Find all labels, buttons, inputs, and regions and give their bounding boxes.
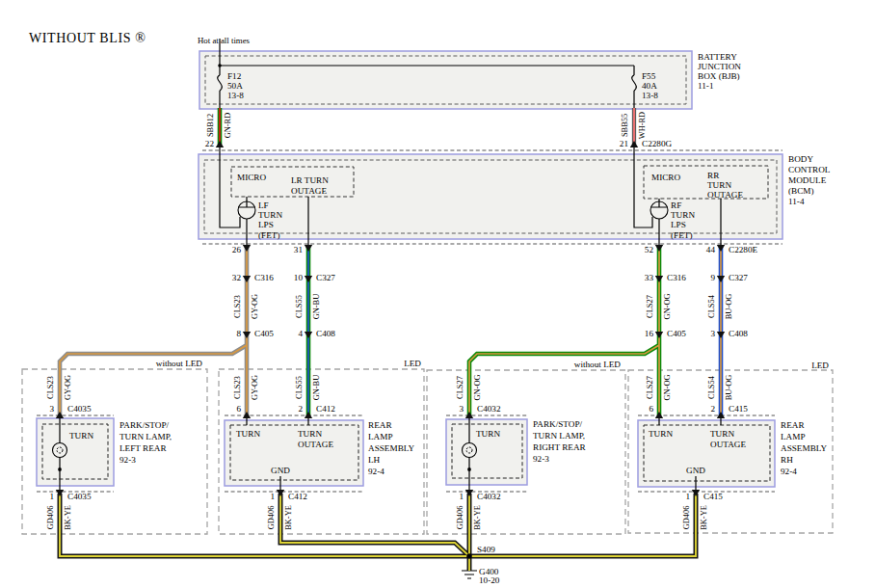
zone-label-led-left: LED [404, 359, 421, 368]
wire-stripe [60, 494, 696, 571]
wire-label-gd406-b1: GD406 [46, 506, 55, 530]
fuse-f12-id: F12 [227, 71, 242, 81]
pin-3-c408: 3 [710, 329, 715, 338]
pin-2-c412: 2 [298, 404, 303, 414]
ground-symbol [462, 571, 477, 578]
wire-label-cls27-mid: CLS27 [646, 295, 654, 318]
connector-c4032-in: C4032 [477, 404, 501, 414]
wire-label-gn-bu-mid: GN-BU [312, 294, 321, 320]
arrow-c4032-out-icon [465, 490, 473, 496]
pin-1-c4035: 1 [49, 492, 54, 501]
pin-2-c415: 2 [710, 404, 715, 414]
bcm-name-3: MODULE [788, 175, 827, 185]
arrow-c316-right-icon [655, 276, 663, 282]
connector-c327-right: C327 [729, 273, 748, 282]
pin-10: 10 [294, 273, 304, 282]
lamp-lr-name-1: PARK/STOP/ [119, 420, 170, 430]
connector-c316-right: C316 [667, 273, 686, 282]
body-control-module [199, 154, 782, 239]
lf-fet-1: LF [258, 200, 269, 210]
pin-31: 31 [294, 245, 304, 254]
arrow-pin22-icon [216, 141, 224, 147]
rr-turn-outage-1: RR [707, 171, 720, 180]
lamp-rh-name-2: LAMP [781, 432, 806, 441]
pin-16: 16 [645, 329, 654, 338]
lamp-rr-name-2: TURN LAMP, [533, 431, 585, 441]
lamp-rr-name-1: PARK/STOP/ [533, 419, 583, 429]
wire-label-cls54-mid: CLS54 [707, 294, 716, 318]
wire-gd406-bk-ye-ground-bus [60, 494, 696, 571]
wiring-diagram-page: WITHOUT BLIS ® Hot at all times F12 50A … [0, 0, 875, 588]
lamp-lh-outage-2: OUTAGE [298, 440, 333, 449]
bjb-name-1: BATTERY [698, 52, 737, 62]
pin-9: 9 [710, 273, 715, 282]
pin-3-c4035: 3 [49, 404, 54, 414]
arrow-c415-out-icon [692, 490, 700, 496]
pin-6-c415: 6 [649, 404, 653, 414]
lr-turn-outage-2: OUTAGE [291, 186, 327, 196]
lamp-lr-name-2: TURN LAMP, [119, 432, 172, 441]
pin-22: 22 [205, 139, 215, 148]
turn-bulb-left-icon [53, 443, 67, 458]
connector-c408-left: C408 [316, 329, 335, 338]
wire-label-bk-ye-b4: BK-YE [700, 505, 708, 530]
wire-base [60, 245, 247, 415]
wire-label-cls55-b2: CLS55 [295, 376, 304, 399]
pin-4: 4 [298, 329, 303, 338]
labels: WITHOUT BLIS ® Hot at all times F12 50A … [29, 31, 831, 585]
wire-label-gn-og-b3: GN-OG [473, 375, 482, 401]
splice-s409-dot [466, 553, 472, 559]
arrow-c4035-out-icon [56, 490, 64, 496]
arrow-pin21-icon [630, 141, 638, 147]
lamp-rr-name-3: RIGHT REAR [533, 442, 587, 452]
connector-c2280e: C2280E [729, 245, 758, 254]
connector-c408-right: C408 [729, 329, 748, 338]
pin-3-c4032: 3 [459, 404, 464, 414]
ground-g400-grid: 10-20 [479, 575, 500, 585]
wiring-diagram: WITHOUT BLIS ® Hot at all times F12 50A … [0, 0, 875, 588]
wire-label-wh-rd: WH-RD [638, 112, 647, 139]
arrow-c415-turn-icon [655, 412, 663, 418]
arrow-c412-out-icon [277, 490, 284, 496]
pin-33: 33 [645, 273, 654, 282]
pin-1-c415: 1 [685, 492, 690, 501]
wire-label-gn-og-mid: GN-OG [663, 294, 672, 320]
arrow-c412-outage-icon [305, 412, 312, 418]
pin-6-c412: 6 [236, 404, 241, 414]
connector-c327-left: C327 [316, 273, 335, 282]
wire-label-bu-og-b4: BU-OG [725, 375, 733, 401]
wire-label-bk-ye-b2: BK-YE [284, 505, 293, 530]
bcm-name-4: (BCM) [788, 186, 814, 196]
connector-c405-right: C405 [667, 329, 686, 338]
arrow-c405-right-icon [655, 332, 663, 338]
wire-label-gy-og-mid: GY-OG [251, 294, 259, 319]
connector-c405-left: C405 [254, 329, 274, 338]
wire-label-cls23-b1: CLS23 [46, 376, 55, 399]
wire-cls23-gy-og [60, 245, 247, 415]
connector-c412-in: C412 [316, 404, 335, 414]
wire-label-gn-og-b4: GN-OG [663, 375, 672, 401]
arrow-c408-left-icon [305, 332, 312, 338]
bcm-name-5: 11-4 [788, 197, 805, 206]
wire-label-gd406-b2: GD406 [267, 506, 276, 530]
bjb-name-2: JUNCTION [698, 62, 741, 71]
lamp-lr-turn-label: TURN [69, 431, 93, 441]
pin-8: 8 [236, 329, 241, 338]
turn-bulb-right-icon [463, 443, 477, 458]
rf-fet-2: TURN [671, 210, 695, 220]
fuse-f12-amps: 50A [227, 81, 243, 91]
fuse-f55-id: F55 [642, 71, 656, 81]
wire-cls27-gn-og [469, 245, 659, 415]
wire-base [60, 494, 696, 571]
wire-label-cls27-b3: CLS27 [456, 376, 464, 399]
arrow-c327-right-icon [717, 276, 725, 282]
wire-label-bk-ye-b3: BK-YE [473, 505, 482, 530]
lamp-lr-name-3: LEFT REAR [119, 443, 167, 453]
lamp-rh-name-1: REAR [781, 420, 805, 430]
lamp-lh-name-1: REAR [368, 420, 392, 430]
zone-label-without-led-left: without LED [156, 359, 203, 368]
pin-21: 21 [620, 139, 629, 148]
battery-junction-box [199, 51, 692, 109]
arrow-pin44-icon [717, 245, 725, 252]
connector-c2280g: C2280G [642, 139, 673, 148]
